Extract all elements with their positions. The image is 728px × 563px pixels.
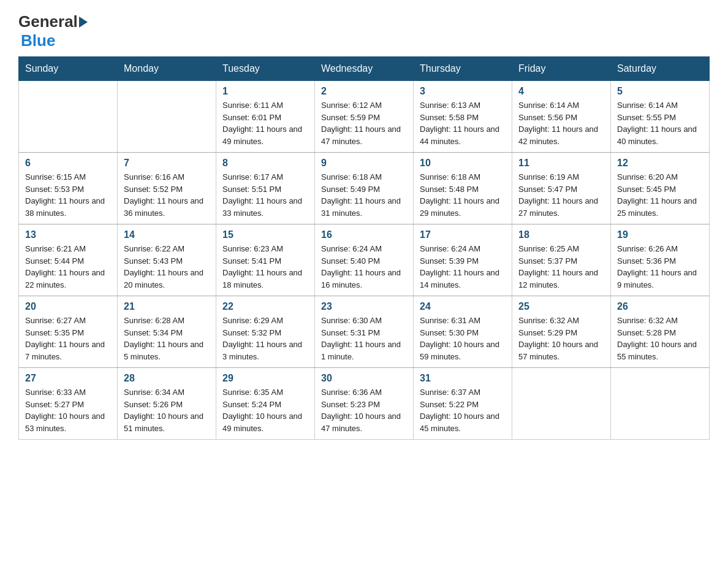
calendar-cell: 3Sunrise: 6:13 AMSunset: 5:58 PMDaylight… — [414, 81, 512, 153]
calendar-cell: 31Sunrise: 6:37 AMSunset: 5:22 PMDayligh… — [414, 368, 512, 440]
calendar-cell: 14Sunrise: 6:22 AMSunset: 5:43 PMDayligh… — [118, 224, 216, 296]
day-number: 3 — [420, 86, 506, 97]
day-number: 16 — [321, 229, 407, 240]
day-number: 10 — [420, 158, 506, 169]
calendar-header-wednesday: Wednesday — [315, 57, 414, 81]
calendar-cell: 16Sunrise: 6:24 AMSunset: 5:40 PMDayligh… — [315, 224, 414, 296]
day-number: 22 — [222, 301, 308, 312]
day-info: Sunrise: 6:14 AMSunset: 5:55 PMDaylight:… — [617, 99, 703, 147]
day-info: Sunrise: 6:13 AMSunset: 5:58 PMDaylight:… — [420, 99, 506, 147]
calendar-cell: 28Sunrise: 6:34 AMSunset: 5:26 PMDayligh… — [118, 368, 216, 440]
calendar-cell: 9Sunrise: 6:18 AMSunset: 5:49 PMDaylight… — [315, 153, 414, 224]
day-number: 23 — [321, 301, 407, 312]
day-info: Sunrise: 6:18 AMSunset: 5:48 PMDaylight:… — [420, 171, 506, 219]
calendar-cell: 24Sunrise: 6:31 AMSunset: 5:30 PMDayligh… — [414, 296, 512, 368]
calendar-week-row: 27Sunrise: 6:33 AMSunset: 5:27 PMDayligh… — [19, 368, 710, 440]
day-number: 27 — [25, 373, 111, 384]
day-info: Sunrise: 6:36 AMSunset: 5:23 PMDaylight:… — [321, 386, 407, 434]
day-number: 20 — [25, 301, 111, 312]
day-number: 19 — [617, 229, 703, 240]
calendar-header-saturday: Saturday — [611, 57, 710, 81]
calendar-cell — [512, 368, 611, 440]
day-number: 1 — [222, 86, 308, 97]
page-header: General Blue — [18, 12, 710, 50]
calendar-week-row: 1Sunrise: 6:11 AMSunset: 6:01 PMDaylight… — [19, 81, 710, 153]
day-number: 17 — [420, 229, 506, 240]
calendar-cell: 30Sunrise: 6:36 AMSunset: 5:23 PMDayligh… — [315, 368, 414, 440]
day-number: 4 — [518, 86, 604, 97]
day-number: 18 — [518, 229, 604, 240]
day-info: Sunrise: 6:29 AMSunset: 5:32 PMDaylight:… — [222, 315, 308, 362]
day-number: 31 — [420, 373, 506, 384]
calendar-cell: 2Sunrise: 6:12 AMSunset: 5:59 PMDaylight… — [315, 81, 414, 153]
day-number: 21 — [124, 301, 210, 312]
calendar-cell: 5Sunrise: 6:14 AMSunset: 5:55 PMDaylight… — [611, 81, 710, 153]
calendar-week-row: 6Sunrise: 6:15 AMSunset: 5:53 PMDaylight… — [19, 153, 710, 224]
calendar-cell: 7Sunrise: 6:16 AMSunset: 5:52 PMDaylight… — [118, 153, 216, 224]
calendar-cell: 29Sunrise: 6:35 AMSunset: 5:24 PMDayligh… — [216, 368, 315, 440]
day-number: 6 — [25, 158, 111, 169]
day-info: Sunrise: 6:12 AMSunset: 5:59 PMDaylight:… — [321, 99, 407, 147]
calendar-cell: 17Sunrise: 6:24 AMSunset: 5:39 PMDayligh… — [414, 224, 512, 296]
day-number: 13 — [25, 229, 111, 240]
day-info: Sunrise: 6:24 AMSunset: 5:39 PMDaylight:… — [420, 243, 506, 291]
day-info: Sunrise: 6:34 AMSunset: 5:26 PMDaylight:… — [124, 386, 210, 434]
calendar-cell: 27Sunrise: 6:33 AMSunset: 5:27 PMDayligh… — [19, 368, 118, 440]
day-info: Sunrise: 6:28 AMSunset: 5:34 PMDaylight:… — [124, 315, 210, 362]
logo-general-part: General — [18, 12, 78, 31]
calendar-table: SundayMondayTuesdayWednesdayThursdayFrid… — [18, 56, 710, 440]
day-info: Sunrise: 6:30 AMSunset: 5:31 PMDaylight:… — [321, 315, 407, 362]
day-info: Sunrise: 6:32 AMSunset: 5:29 PMDaylight:… — [518, 315, 604, 362]
day-info: Sunrise: 6:22 AMSunset: 5:43 PMDaylight:… — [124, 243, 210, 291]
day-info: Sunrise: 6:32 AMSunset: 5:28 PMDaylight:… — [617, 315, 703, 362]
calendar-cell — [118, 81, 216, 153]
logo: General Blue — [18, 12, 89, 50]
day-info: Sunrise: 6:31 AMSunset: 5:30 PMDaylight:… — [420, 315, 506, 362]
day-info: Sunrise: 6:20 AMSunset: 5:45 PMDaylight:… — [617, 171, 703, 219]
calendar-cell — [19, 81, 118, 153]
calendar-header-row: SundayMondayTuesdayWednesdayThursdayFrid… — [19, 57, 710, 81]
calendar-header-sunday: Sunday — [19, 57, 118, 81]
calendar-cell: 21Sunrise: 6:28 AMSunset: 5:34 PMDayligh… — [118, 296, 216, 368]
day-info: Sunrise: 6:11 AMSunset: 6:01 PMDaylight:… — [222, 99, 308, 147]
calendar-cell: 1Sunrise: 6:11 AMSunset: 6:01 PMDaylight… — [216, 81, 315, 153]
day-number: 5 — [617, 86, 703, 97]
day-number: 11 — [518, 158, 604, 169]
day-number: 8 — [222, 158, 308, 169]
day-number: 29 — [222, 373, 308, 384]
day-number: 9 — [321, 158, 407, 169]
day-number: 2 — [321, 86, 407, 97]
calendar-week-row: 13Sunrise: 6:21 AMSunset: 5:44 PMDayligh… — [19, 224, 710, 296]
calendar-cell: 13Sunrise: 6:21 AMSunset: 5:44 PMDayligh… — [19, 224, 118, 296]
calendar-cell: 23Sunrise: 6:30 AMSunset: 5:31 PMDayligh… — [315, 296, 414, 368]
calendar-cell: 20Sunrise: 6:27 AMSunset: 5:35 PMDayligh… — [19, 296, 118, 368]
day-info: Sunrise: 6:19 AMSunset: 5:47 PMDaylight:… — [518, 171, 604, 219]
calendar-header-friday: Friday — [512, 57, 611, 81]
day-info: Sunrise: 6:23 AMSunset: 5:41 PMDaylight:… — [222, 243, 308, 291]
calendar-cell: 10Sunrise: 6:18 AMSunset: 5:48 PMDayligh… — [414, 153, 512, 224]
day-info: Sunrise: 6:35 AMSunset: 5:24 PMDaylight:… — [222, 386, 308, 434]
calendar-header-thursday: Thursday — [414, 57, 512, 81]
calendar-cell: 4Sunrise: 6:14 AMSunset: 5:56 PMDaylight… — [512, 81, 611, 153]
calendar-cell: 26Sunrise: 6:32 AMSunset: 5:28 PMDayligh… — [611, 296, 710, 368]
day-number: 15 — [222, 229, 308, 240]
calendar-cell: 22Sunrise: 6:29 AMSunset: 5:32 PMDayligh… — [216, 296, 315, 368]
logo-arrow-icon — [79, 17, 88, 28]
day-number: 26 — [617, 301, 703, 312]
day-info: Sunrise: 6:21 AMSunset: 5:44 PMDaylight:… — [25, 243, 111, 291]
day-number: 30 — [321, 373, 407, 384]
calendar-cell: 18Sunrise: 6:25 AMSunset: 5:37 PMDayligh… — [512, 224, 611, 296]
day-number: 24 — [420, 301, 506, 312]
calendar-cell: 19Sunrise: 6:26 AMSunset: 5:36 PMDayligh… — [611, 224, 710, 296]
logo-blue-part: Blue — [21, 31, 55, 50]
day-number: 7 — [124, 158, 210, 169]
day-number: 12 — [617, 158, 703, 169]
day-info: Sunrise: 6:16 AMSunset: 5:52 PMDaylight:… — [124, 171, 210, 219]
day-info: Sunrise: 6:15 AMSunset: 5:53 PMDaylight:… — [25, 171, 111, 219]
day-info: Sunrise: 6:25 AMSunset: 5:37 PMDaylight:… — [518, 243, 604, 291]
calendar-cell: 15Sunrise: 6:23 AMSunset: 5:41 PMDayligh… — [216, 224, 315, 296]
calendar-cell: 12Sunrise: 6:20 AMSunset: 5:45 PMDayligh… — [611, 153, 710, 224]
calendar-week-row: 20Sunrise: 6:27 AMSunset: 5:35 PMDayligh… — [19, 296, 710, 368]
day-info: Sunrise: 6:37 AMSunset: 5:22 PMDaylight:… — [420, 386, 506, 434]
calendar-cell: 11Sunrise: 6:19 AMSunset: 5:47 PMDayligh… — [512, 153, 611, 224]
